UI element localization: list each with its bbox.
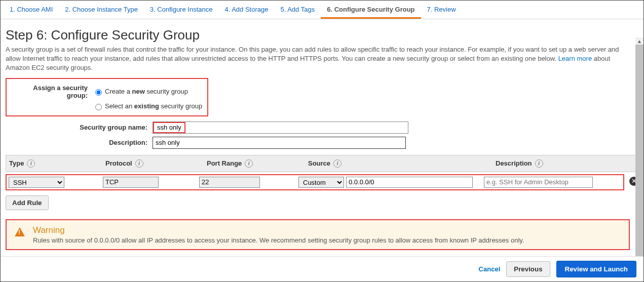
rule-source-input[interactable] [346, 177, 473, 188]
col-protocol: Protocol [105, 159, 132, 167]
info-icon[interactable]: i [135, 159, 143, 168]
page-title: Step 6: Configure Security Group [6, 27, 638, 43]
col-source: Source [308, 159, 330, 167]
tab-configure-instance[interactable]: 3. Configure Instance [144, 1, 219, 19]
wizard-tabs: 1. Choose AMI 2. Choose Instance Type 3.… [1, 1, 643, 19]
info-icon[interactable]: i [535, 159, 543, 168]
radio-select-existing-label: Select an existing security group [105, 102, 202, 110]
scrollbar[interactable]: ▲ ▼ [635, 37, 643, 262]
rule-description-input[interactable] [484, 177, 593, 188]
sg-name-highlight [153, 122, 185, 133]
add-rule-button[interactable]: Add Rule [6, 195, 49, 210]
review-and-launch-button[interactable]: Review and Launch [556, 261, 636, 277]
previous-button[interactable]: Previous [506, 261, 550, 277]
warning-text: Rules with source of 0.0.0.0/0 allow all… [33, 236, 524, 244]
warning-title: Warning [33, 225, 524, 235]
page-description: A security group is a set of firewall ru… [6, 45, 638, 73]
warning-icon [15, 227, 25, 236]
rule-type-select[interactable]: SSH [9, 177, 64, 188]
scroll-thumb[interactable] [635, 45, 643, 257]
warning-box: Warning Rules with source of 0.0.0.0/0 a… [6, 219, 630, 250]
radio-create-new-label: Create a new security group [105, 88, 188, 95]
info-icon[interactable]: i [27, 159, 35, 168]
wizard-footer: Cancel Previous Review and Launch [1, 256, 643, 281]
col-port: Port Range [207, 159, 242, 167]
assign-security-group-block: Assign a security group: Create a new se… [6, 78, 208, 116]
rule-source-mode-select[interactable]: Custom [298, 177, 344, 188]
scroll-up-icon[interactable]: ▲ [635, 37, 643, 45]
rule-port-input [199, 177, 260, 188]
tab-add-storage[interactable]: 4. Add Storage [218, 1, 274, 19]
tab-review[interactable]: 7. Review [421, 1, 462, 19]
sg-name-input[interactable] [156, 123, 182, 132]
sg-name-label: Security group name: [6, 124, 153, 131]
rules-table: Typei Protocoli Port Rangei Sourcei Desc… [6, 155, 638, 190]
info-icon[interactable]: i [333, 159, 342, 168]
rules-header: Typei Protocoli Port Rangei Sourcei Desc… [6, 155, 638, 172]
desc-text-pre: A security group is a set of firewall ru… [6, 46, 619, 62]
radio-create-new[interactable] [95, 89, 102, 96]
col-description: Description [496, 159, 532, 167]
radio-select-existing[interactable] [95, 104, 102, 110]
tab-instance-type[interactable]: 2. Choose Instance Type [59, 1, 144, 19]
sg-desc-label: Description: [6, 139, 153, 146]
rule-row: SSH Custom [6, 174, 624, 190]
tab-configure-security-group[interactable]: 6. Configure Security Group [321, 1, 421, 19]
col-type: Type [9, 159, 24, 167]
rule-protocol-input [103, 177, 159, 188]
sg-desc-input[interactable] [153, 137, 406, 149]
main-content: Step 6: Configure Security Group A secur… [1, 19, 643, 262]
tab-add-tags[interactable]: 5. Add Tags [274, 1, 321, 19]
info-icon[interactable]: i [245, 159, 253, 168]
cancel-button[interactable]: Cancel [479, 265, 501, 273]
assign-label: Assign a security group: [12, 84, 93, 99]
tab-choose-ami[interactable]: 1. Choose AMI [4, 1, 59, 19]
learn-more-link[interactable]: Learn more [558, 55, 592, 62]
